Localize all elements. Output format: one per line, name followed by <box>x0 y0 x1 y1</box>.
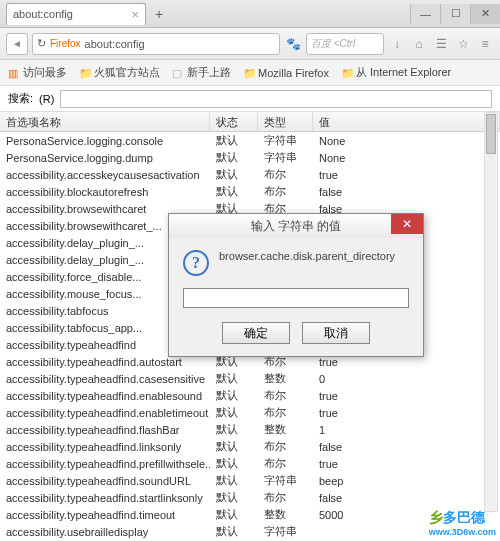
bookmark-item[interactable]: ▢新手上路 <box>172 65 231 80</box>
window-titlebar: about:config × + — ☐ ✕ <box>0 0 500 28</box>
cell-value: true <box>313 458 500 470</box>
cell-status: 默认 <box>210 473 258 488</box>
bookmark-icon: ▢ <box>172 67 184 79</box>
search-hotkey: (R) <box>39 93 54 105</box>
paw-icon[interactable]: 🐾 <box>284 35 302 53</box>
bookmark-item[interactable]: 📁火狐官方站点 <box>79 65 160 80</box>
cell-name: accessibility.usebrailledisplay <box>0 526 210 538</box>
url-text: about:config <box>85 38 145 50</box>
cell-value: false <box>313 186 500 198</box>
back-button[interactable]: ◄ <box>6 33 28 55</box>
cell-type: 布尔 <box>258 439 313 454</box>
cell-status: 默认 <box>210 490 258 505</box>
bookmark-label: 火狐官方站点 <box>94 65 160 80</box>
cell-type: 整数 <box>258 371 313 386</box>
cell-status: 默认 <box>210 507 258 522</box>
dialog-buttons: 确定 取消 <box>169 314 423 356</box>
col-name[interactable]: 首选项名称 <box>0 112 210 131</box>
cell-type: 整数 <box>258 422 313 437</box>
cell-value: None <box>313 152 500 164</box>
table-row[interactable]: accessibility.typeaheadfind.enabletimeou… <box>0 404 500 421</box>
table-row[interactable]: accessibility.typeaheadfind.startlinkson… <box>0 489 500 506</box>
cell-value: 1 <box>313 424 500 436</box>
table-row[interactable]: accessibility.usebrailledisplay默认字符串 <box>0 523 500 540</box>
table-row[interactable]: accessibility.blockautorefresh默认布尔false <box>0 183 500 200</box>
cell-value: 0 <box>313 373 500 385</box>
cell-name: accessibility.typeaheadfind.linksonly <box>0 441 210 453</box>
cell-value: true <box>313 407 500 419</box>
cell-value: true <box>313 390 500 402</box>
watermark: 乡多巴德 www.3D6w.com <box>429 509 496 537</box>
cell-type: 字符串 <box>258 150 313 165</box>
menu-icon[interactable]: ≡ <box>476 35 494 53</box>
cell-type: 布尔 <box>258 388 313 403</box>
cell-name: accessibility.typeaheadfind.enablesound <box>0 390 210 402</box>
cell-status: 默认 <box>210 184 258 199</box>
ok-button[interactable]: 确定 <box>222 322 290 344</box>
navigation-toolbar: ◄ ↻ Firefox about:config 🐾 百度 <Ctrl ↓ ⌂ … <box>0 28 500 60</box>
bookmark-icon: 📁 <box>243 67 255 79</box>
bookmark-item[interactable]: 📁从 Internet Explorer <box>341 65 451 80</box>
home-icon[interactable]: ⌂ <box>410 35 428 53</box>
bookmark-item[interactable]: ▥访问最多 <box>8 65 67 80</box>
col-status[interactable]: 状态 <box>210 112 258 131</box>
download-icon[interactable]: ↓ <box>388 35 406 53</box>
cell-status: 默认 <box>210 133 258 148</box>
table-row[interactable]: accessibility.typeaheadfind.enablesound默… <box>0 387 500 404</box>
table-row[interactable]: PersonaService.logging.dump默认字符串None <box>0 149 500 166</box>
dialog-close-button[interactable]: ✕ <box>391 214 423 234</box>
table-row[interactable]: accessibility.typeaheadfind.linksonly默认布… <box>0 438 500 455</box>
bookmark-star-icon[interactable]: ☆ <box>454 35 472 53</box>
table-row[interactable]: accessibility.accesskeycausesactivation默… <box>0 166 500 183</box>
cell-value: None <box>313 135 500 147</box>
library-icon[interactable]: ☰ <box>432 35 450 53</box>
search-bar[interactable]: 百度 <Ctrl <box>306 33 384 55</box>
dialog-text-input[interactable] <box>183 288 409 308</box>
cell-type: 整数 <box>258 507 313 522</box>
reload-icon[interactable]: ↻ <box>37 37 46 50</box>
dialog-titlebar[interactable]: 输入 字符串 的值 ✕ <box>169 214 423 238</box>
input-dialog: 输入 字符串 的值 ✕ ? browser.cache.disk.parent_… <box>168 213 424 357</box>
maximize-button[interactable]: ☐ <box>440 4 470 24</box>
dialog-title-text: 输入 字符串 的值 <box>251 218 342 235</box>
dialog-message: browser.cache.disk.parent_directory <box>219 250 395 262</box>
bookmark-item[interactable]: 📁Mozilla Firefox <box>243 67 329 79</box>
browser-tab[interactable]: about:config × <box>6 3 146 25</box>
vertical-scrollbar[interactable] <box>484 112 498 512</box>
minimize-button[interactable]: — <box>410 4 440 24</box>
cell-status: 默认 <box>210 150 258 165</box>
table-row[interactable]: accessibility.typeaheadfind.timeout默认整数5… <box>0 506 500 523</box>
cell-type: 字符串 <box>258 473 313 488</box>
cancel-button[interactable]: 取消 <box>302 322 370 344</box>
table-header: 首选项名称 状态 类型 值 <box>0 112 500 132</box>
bookmark-icon: ▥ <box>8 67 20 79</box>
table-row[interactable]: accessibility.typeaheadfind.flashBar默认整数… <box>0 421 500 438</box>
cell-value: true <box>313 356 500 368</box>
close-window-button[interactable]: ✕ <box>470 4 500 24</box>
new-tab-button[interactable]: + <box>150 5 168 23</box>
cell-name: accessibility.typeaheadfind.timeout <box>0 509 210 521</box>
col-value[interactable]: 值 <box>313 112 500 131</box>
config-search-input[interactable] <box>60 90 492 108</box>
bookmark-label: Mozilla Firefox <box>258 67 329 79</box>
url-bar[interactable]: ↻ Firefox about:config <box>32 33 280 55</box>
cell-status: 默认 <box>210 439 258 454</box>
cell-name: accessibility.typeaheadfind.flashBar <box>0 424 210 436</box>
bookmark-icon: 📁 <box>79 67 91 79</box>
cell-name: accessibility.blockautorefresh <box>0 186 210 198</box>
table-row[interactable]: PersonaService.logging.console默认字符串None <box>0 132 500 149</box>
cell-status: 默认 <box>210 422 258 437</box>
bookmark-label: 访问最多 <box>23 65 67 80</box>
table-row[interactable]: accessibility.typeaheadfind.prefillwiths… <box>0 455 500 472</box>
table-row[interactable]: accessibility.typeaheadfind.casesensitiv… <box>0 370 500 387</box>
table-row[interactable]: accessibility.typeaheadfind.soundURL默认字符… <box>0 472 500 489</box>
cell-status: 默认 <box>210 167 258 182</box>
cell-type: 布尔 <box>258 490 313 505</box>
cell-type: 布尔 <box>258 456 313 471</box>
cell-status: 默认 <box>210 405 258 420</box>
col-type[interactable]: 类型 <box>258 112 313 131</box>
close-icon[interactable]: × <box>131 7 139 22</box>
cell-name: accessibility.typeaheadfind.casesensitiv… <box>0 373 210 385</box>
scrollbar-thumb[interactable] <box>486 114 496 154</box>
dialog-body: ? browser.cache.disk.parent_directory <box>169 238 423 282</box>
